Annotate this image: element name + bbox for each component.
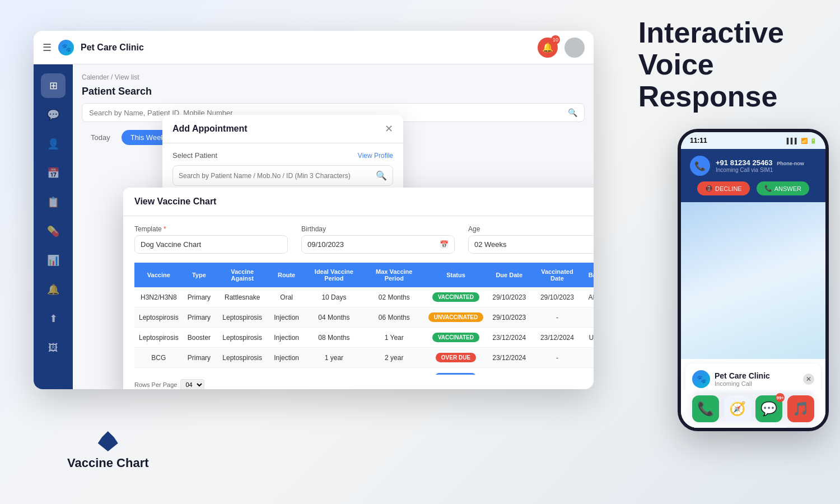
app-name: Pet Care Clinic [81, 43, 144, 53]
patient-search-title: Patient Search [82, 86, 585, 97]
birthday-field[interactable]: 09/10/2023 📅 [301, 235, 455, 254]
cell-max-period: 02 Months [365, 287, 424, 307]
call-actions: 📵 DECLINE 📞 ANSWER [690, 181, 816, 195]
sidebar-item-reports[interactable]: 📊 [41, 248, 66, 273]
notification-bell[interactable]: 🔔 10 [538, 38, 558, 58]
rows-per-page-row: Rows Per Page 04 10 25 [134, 379, 594, 389]
status-badge: UNVACCINATED [428, 312, 484, 322]
cell-vaccine: H3N2/H3N8 [134, 287, 183, 307]
call-number: +91 81234 25463 Phone-now [716, 158, 816, 167]
breadcrumb: Calender / View list [82, 73, 585, 81]
table-header-row: Vaccine Type Vaccine Against Route Ideal… [134, 263, 594, 287]
answer-button[interactable]: 📞 ANSWER [757, 181, 809, 195]
sidebar-item-medicine[interactable]: 💊 [41, 219, 66, 244]
cell-type: Primary [183, 307, 215, 328]
cell-due-date: 29/10/2023 [488, 287, 530, 307]
tab-today[interactable]: Today [82, 130, 119, 145]
patient-modal-search[interactable]: 🔍 [172, 165, 393, 186]
vaccine-chart-label: Vaccine Chart [67, 431, 149, 470]
cell-status: OVER DUE [424, 348, 488, 368]
phone-mockup: 11:11 ▌▌▌ 📶 🔋 📞 +91 81234 25463 Phone-no… [678, 129, 829, 431]
cell-batch-no: - [584, 307, 594, 328]
search-icon: 🔍 [568, 108, 577, 117]
pet-clinic-info: Pet Care Clinic Incoming Call [715, 371, 770, 387]
cell-ideal-period: 04 Months [304, 307, 365, 328]
status-badge: VACCINATED [432, 292, 479, 302]
wifi-icon: 📶 [801, 138, 808, 144]
dock-safari-icon[interactable]: 🧭 [724, 395, 751, 422]
status-badge: VACCINATED [432, 333, 479, 342]
table-row: BCG Booster Leptospirosis Injection 2 ye… [134, 368, 594, 375]
cell-max-period: 3 Year [365, 368, 424, 375]
col-vaccinated-date: Vaccinated Date [530, 263, 584, 287]
pet-clinic-logo: 🐾 [692, 370, 710, 388]
cell-type: Primary [183, 348, 215, 368]
vaccine-table-scroll[interactable]: Vaccine Type Vaccine Against Route Ideal… [134, 263, 594, 375]
col-type: Type [183, 263, 215, 287]
cell-vaccinated-date: 23/12/2024 [530, 328, 584, 348]
vaccine-table-body: H3N2/H3N8 Primary Rattlesnake Oral 10 Da… [134, 287, 594, 375]
cell-due-date: 23/12/2024 [488, 368, 530, 375]
status-badge: UPCOMING [435, 373, 477, 375]
call-via: Incoming Call via SIM1 [716, 167, 816, 173]
col-vaccine: Vaccine [134, 263, 183, 287]
cell-batch-no: - [584, 348, 594, 368]
decline-button[interactable]: 📵 DECLINE [697, 181, 750, 195]
cell-ideal-period: 08 Months [304, 328, 365, 348]
call-info: +91 81234 25463 Phone-now Incoming Call … [716, 158, 816, 173]
vaccine-modal-body: Template * Birthday 09/10/2023 📅 [123, 216, 594, 389]
app-body: ⊞ 💬 👤 📅 📋 💊 📊 🔔 ⬆ 🖼 Calender / View list… [34, 64, 594, 389]
rows-per-page-select[interactable]: 04 10 25 [180, 379, 204, 389]
template-input[interactable] [134, 235, 288, 254]
cell-route: Injection [269, 368, 304, 375]
birthday-value: 09/10/2023 [307, 240, 344, 249]
cell-type: Primary [183, 287, 215, 307]
sidebar-item-messages[interactable]: 💬 [41, 102, 66, 127]
dock-music-icon[interactable]: 🎵 [787, 395, 814, 422]
menu-button[interactable]: ☰ [43, 41, 52, 54]
cell-vaccine-against: Leptospirosis [215, 348, 269, 368]
dock-messages-icon[interactable]: 💬 99+ [755, 395, 782, 422]
dock-phone-icon[interactable]: 📞 [692, 395, 719, 422]
sidebar-item-records[interactable]: 📋 [41, 190, 66, 214]
col-route: Route [269, 263, 304, 287]
view-profile-link[interactable]: View Profile [358, 152, 393, 160]
template-group: Template * [134, 225, 288, 254]
patient-modal-search-input[interactable] [179, 172, 376, 180]
age-label: Age [468, 225, 594, 233]
modal-close-button[interactable]: ✕ [385, 123, 393, 135]
cell-due-date: 29/10/2023 [488, 307, 530, 328]
col-status: Status [424, 263, 488, 287]
sidebar-item-users[interactable]: 👤 [41, 132, 66, 156]
pet-clinic-header: 🐾 Pet Care Clinic Incoming Call ✕ [692, 370, 814, 388]
phone-dock: 📞 🧭 💬 99+ 🎵 [681, 390, 825, 428]
sidebar-item-gallery[interactable]: 🖼 [41, 335, 66, 360]
phone-time: 11:11 [690, 137, 707, 144]
sidebar-item-upload[interactable]: ⬆ [41, 306, 66, 331]
col-max-period: Max Vaccine Period [365, 263, 424, 287]
cell-vaccine: Leptospirosis [134, 307, 183, 328]
col-due-date: Due Date [488, 263, 530, 287]
cell-status: UPCOMING [424, 368, 488, 375]
cell-vaccine: BCG [134, 348, 183, 368]
col-ideal-period: Ideal Vaccine Period [304, 263, 365, 287]
cell-route: Oral [269, 287, 304, 307]
sidebar-item-notifications[interactable]: 🔔 [41, 277, 66, 302]
age-input[interactable] [468, 235, 594, 254]
table-row: Leptospirosis Primary Leptospirosis Inje… [134, 307, 594, 328]
sidebar-item-calendar[interactable]: 📅 [41, 161, 66, 185]
pet-card-close-button[interactable]: ✕ [803, 374, 814, 385]
ivr-heading: Interactive Voice Response [638, 17, 784, 113]
cell-max-period: 1 Year [365, 328, 424, 348]
decline-icon: 📵 [705, 185, 713, 192]
user-avatar[interactable] [564, 38, 585, 58]
sidebar-item-dashboard[interactable]: ⊞ [41, 73, 66, 98]
phone-wallpaper [681, 202, 825, 359]
call-header: 📞 +91 81234 25463 Phone-now Incoming Cal… [690, 156, 816, 176]
cell-vaccinated-date: - [530, 368, 584, 375]
notification-count: 10 [551, 35, 560, 44]
messages-badge: 99+ [776, 393, 785, 402]
cell-vaccinated-date: - [530, 348, 584, 368]
cell-type: Booster [183, 328, 215, 348]
diamond-icon [98, 431, 118, 451]
